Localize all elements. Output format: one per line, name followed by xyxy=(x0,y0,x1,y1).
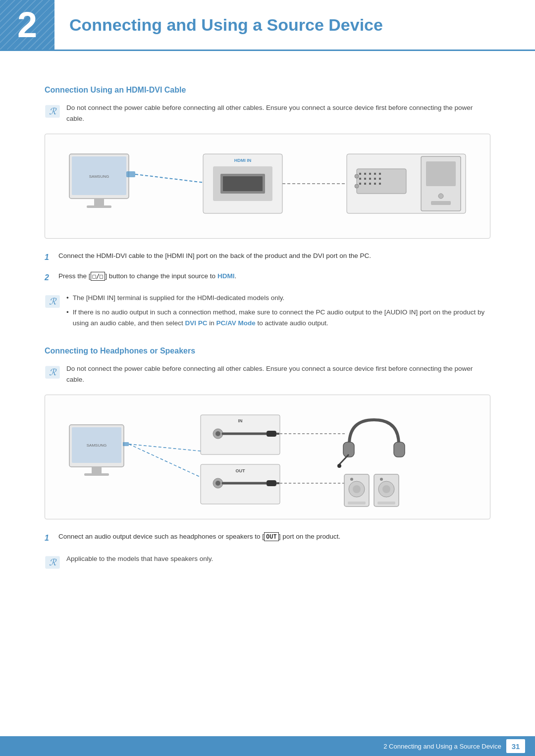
section-headphones-heading: Connecting to Headphones or Speakers xyxy=(45,347,490,355)
section-headphones: Connecting to Headphones or Speakers ℛ D… xyxy=(45,347,490,570)
svg-rect-13 xyxy=(223,176,263,191)
svg-rect-46 xyxy=(84,473,109,476)
section-hdmi-dvi: Connection Using an HDMI-DVI Cable ℛ Do … xyxy=(45,86,490,332)
headphones-step-1: 1 Connect an audio output device such as… xyxy=(45,531,490,545)
svg-rect-6 xyxy=(87,205,111,208)
svg-text:HDMI IN: HDMI IN xyxy=(234,158,252,163)
svg-rect-63 xyxy=(276,482,279,484)
hdmi-note-block: ℛ Do not connect the power cable before … xyxy=(45,102,490,124)
note-icon-4: ℛ xyxy=(45,554,60,570)
svg-text:ℛ: ℛ xyxy=(49,367,57,377)
svg-rect-28 xyxy=(364,183,366,185)
speakers-note-block: ℛ Applicable to the models that have spe… xyxy=(45,554,490,570)
svg-rect-21 xyxy=(379,173,381,175)
svg-rect-67 xyxy=(394,442,405,457)
hdmi-step-1: 1 Connect the HDMI-DVI cable to the [HDM… xyxy=(45,251,490,264)
svg-point-74 xyxy=(350,478,353,481)
svg-point-72 xyxy=(353,485,361,493)
svg-rect-37 xyxy=(431,201,451,205)
svg-line-49 xyxy=(129,444,211,482)
svg-rect-24 xyxy=(369,178,371,180)
svg-text:SAMSUNG: SAMSUNG xyxy=(87,443,107,448)
page-content: Connection Using an HDMI-DVI Cable ℛ Do … xyxy=(0,71,535,620)
svg-rect-56 xyxy=(276,433,279,435)
svg-rect-27 xyxy=(359,183,361,185)
svg-text:OUT: OUT xyxy=(236,468,246,473)
svg-rect-30 xyxy=(374,183,376,185)
hdmi-bullet-list: The [HDMI IN] terminal is supplied for t… xyxy=(66,293,490,332)
svg-point-32 xyxy=(355,174,359,178)
svg-text:ℛ: ℛ xyxy=(49,557,57,567)
svg-rect-20 xyxy=(374,173,376,175)
svg-text:ℛ: ℛ xyxy=(49,297,57,306)
svg-rect-47 xyxy=(123,442,129,446)
bullet-item-1: The [HDMI IN] terminal is supplied for t… xyxy=(66,293,490,303)
svg-point-60 xyxy=(215,481,220,486)
svg-rect-22 xyxy=(359,178,361,180)
hdmi-note-text: Do not connect the power cable before co… xyxy=(66,102,490,124)
svg-line-48 xyxy=(129,444,211,452)
footer-text: 2 Connecting and Using a Source Device xyxy=(383,743,506,750)
hdmi-dvi-diagram: SAMSUNG HDMI IN xyxy=(45,134,490,239)
svg-rect-17 xyxy=(359,173,361,175)
svg-text:ℛ: ℛ xyxy=(49,106,57,116)
headphones-note-block: ℛ Do not connect the power cable before … xyxy=(45,363,490,385)
svg-rect-78 xyxy=(377,502,395,504)
svg-line-8 xyxy=(135,174,213,184)
hdmi-bullet-note: ℛ The [HDMI IN] terminal is supplied for… xyxy=(45,293,490,332)
svg-text:SAMSUNG: SAMSUNG xyxy=(89,174,109,179)
svg-rect-35 xyxy=(426,161,456,186)
pcav-mode-text: PC/AV Mode xyxy=(216,319,255,327)
headphones-diagram-svg: SAMSUNG IN OUT xyxy=(64,405,471,509)
section-hdmi-dvi-heading: Connection Using an HDMI-DVI Cable xyxy=(45,86,490,95)
note-icon-2: ℛ xyxy=(45,294,60,309)
svg-rect-55 xyxy=(267,431,276,437)
svg-rect-45 xyxy=(92,467,102,474)
svg-point-53 xyxy=(215,431,220,436)
svg-point-69 xyxy=(337,464,341,468)
headphones-steps-list: 1 Connect an audio output device such as… xyxy=(45,531,490,545)
svg-point-79 xyxy=(380,478,383,481)
chapter-header: 2 Connecting and Using a Source Device xyxy=(0,0,535,51)
chapter-number: 2 xyxy=(0,0,54,50)
note-icon-1: ℛ xyxy=(45,103,60,119)
hdmi-bold: HDMI xyxy=(217,272,235,280)
button-icon: □/□ xyxy=(91,272,106,281)
bullet-item-2: If there is no audio output in such a co… xyxy=(66,307,490,329)
svg-line-68 xyxy=(339,454,349,464)
svg-rect-16 xyxy=(357,169,406,194)
headphones-diagram: SAMSUNG IN OUT xyxy=(45,395,490,519)
svg-rect-7 xyxy=(126,171,135,177)
chapter-title: Connecting and Using a Source Device xyxy=(54,0,398,50)
svg-rect-26 xyxy=(379,178,381,180)
svg-point-33 xyxy=(355,184,359,188)
svg-point-36 xyxy=(438,194,443,199)
svg-text:IN: IN xyxy=(238,418,243,423)
speakers-note-text: Applicable to the models that have speak… xyxy=(66,554,213,564)
svg-point-77 xyxy=(382,485,390,493)
page-footer: 2 Connecting and Using a Source Device 3… xyxy=(0,736,535,756)
svg-rect-23 xyxy=(364,178,366,180)
headphones-note-text: Do not connect the power cable before co… xyxy=(66,363,490,385)
note-icon-3: ℛ xyxy=(45,364,60,380)
svg-rect-73 xyxy=(348,502,366,504)
hdmi-step-2: 2 Press the [□/□] button to change the i… xyxy=(45,271,490,284)
svg-rect-5 xyxy=(94,199,104,206)
hdmi-dvi-diagram-svg: SAMSUNG HDMI IN xyxy=(64,144,471,228)
svg-rect-25 xyxy=(374,178,376,180)
dvi-pc-text: DVI PC xyxy=(185,319,207,327)
page-number: 31 xyxy=(506,739,525,753)
hdmi-steps-list: 1 Connect the HDMI-DVI cable to the [HDM… xyxy=(45,251,490,284)
svg-rect-29 xyxy=(369,183,371,185)
svg-rect-31 xyxy=(379,183,381,185)
svg-rect-62 xyxy=(267,480,276,486)
out-port-label: OUT xyxy=(264,532,279,541)
svg-rect-18 xyxy=(364,173,366,175)
svg-rect-19 xyxy=(369,173,371,175)
